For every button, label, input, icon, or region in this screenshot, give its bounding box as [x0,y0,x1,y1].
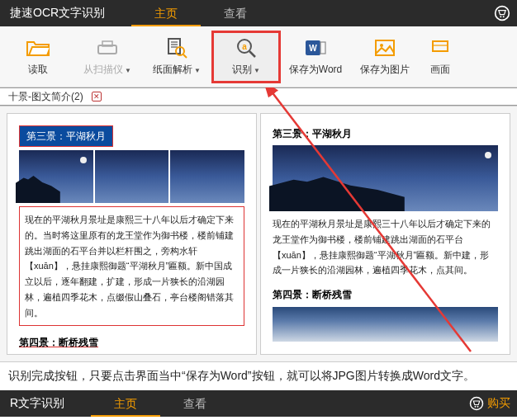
source-pane: 第三景：平湖秋月 现在的平湖秋月景址是康熙三十八年以后才确定下来的。当时将这里原… [7,113,257,355]
folder-icon [26,36,50,59]
photo [273,307,498,342]
save-word-button[interactable]: W 保存为Word [281,31,350,83]
bottom-bar: R文字识别 主页 查看 购买 [0,390,517,417]
parse-button[interactable]: 纸面解析▼ [142,31,211,83]
top-tabs: 主页 查看 [131,0,270,26]
svg-rect-16 [320,42,325,54]
svg-point-2 [503,16,505,17]
document-tabs: 十景-图文简介(2) ✕ [0,87,517,106]
canvas-button[interactable]: 画面 [420,31,461,83]
svg-line-10 [183,54,187,58]
toolbar: 读取 从扫描仪▼ 纸面解析▼ a 识别▼ W 保存为Word 保存为图片 [0,26,517,87]
tool-label: 读取 [28,63,48,77]
tab-main[interactable]: 主页 [91,390,160,417]
photo [170,150,244,203]
svg-point-18 [380,44,383,47]
canvas-icon [430,36,450,59]
tool-label: 保存为Word [289,63,342,77]
tool-label: 识别▼ [232,63,260,77]
tool-label: 保存为图片 [360,63,410,77]
svg-point-23 [477,406,479,408]
heading-4: 第四景：断桥残雪 [273,286,498,303]
content-area: 第三景：平湖秋月 现在的平湖秋月景址是康熙三十八年以后才确定下来的。当时将这里原… [0,106,517,361]
cart-icon[interactable] [494,5,510,21]
recognize-button[interactable]: a 识别▼ [211,31,281,83]
heading-3: 第三景：平湖秋月 [273,125,352,142]
tool-label: 从扫描仪▼ [83,63,131,77]
paragraph: 现在的平湖秋月景址是康熙三十八年以后才确定下来的。当时将这里原有的龙王堂作为御书… [19,206,244,326]
hint-text: 识别完成按钮，只要点击界面当中“保存为Word”按钮，就可以将JPG图片转换成W… [0,361,517,390]
bottom-tabs: 主页 查看 [91,390,230,417]
buy-button[interactable]: 购买 [469,396,510,411]
svg-point-1 [500,16,501,17]
save-image-button[interactable]: 保存为图片 [350,31,420,83]
tool-label: 纸面解析▼ [153,63,201,77]
bottom-title: R文字识别 [0,396,74,411]
cart-icon [469,396,484,411]
svg-point-21 [471,398,483,410]
tool-label: 画面 [430,63,450,77]
scanner-icon [96,36,119,59]
svg-point-0 [496,7,510,21]
svg-text:W: W [309,44,317,53]
close-icon[interactable]: ✕ [92,92,102,101]
document-search-icon [166,36,187,59]
svg-point-22 [475,406,477,408]
svg-line-13 [249,51,255,57]
tab-view[interactable]: 查看 [201,0,270,26]
scan-button[interactable]: 从扫描仪▼ [73,31,142,83]
image-icon [374,36,396,59]
photo-row [273,145,498,211]
photo [95,150,169,203]
tab-view[interactable]: 查看 [160,390,230,417]
app-title: 捷速OCR文字识别 [0,6,115,21]
word-icon: W [304,36,327,59]
photo-row [273,307,498,342]
document-tab[interactable]: 十景-图文简介(2) [3,90,88,104]
photo [19,150,93,203]
tab-main[interactable]: 主页 [131,0,201,26]
heading-4: 第四景：断桥残雪 [19,334,244,351]
photo [273,145,498,211]
svg-rect-19 [433,41,448,51]
svg-rect-5 [168,39,180,54]
text-search-icon: a [235,36,258,59]
heading-3: 第三景：平湖秋月 [19,125,113,147]
svg-text:a: a [242,42,247,51]
result-pane: 第三景：平湖秋月 现在的平湖秋月景址是康熙三十八年以后才确定下来的龙王堂作为御书… [260,113,510,355]
chevron-down-icon: ▼ [254,67,260,74]
chevron-down-icon: ▼ [125,67,131,74]
photo-row [19,150,244,203]
paragraph: 现在的平湖秋月景址是康熙三十八年以后才确定下来的龙王堂作为御书楼，楼前铺建跳出湖… [273,216,498,278]
top-bar: 捷速OCR文字识别 主页 查看 [0,0,517,26]
read-button[interactable]: 读取 [3,31,73,83]
buy-label: 购买 [487,396,510,411]
chevron-down-icon: ▼ [194,67,201,74]
